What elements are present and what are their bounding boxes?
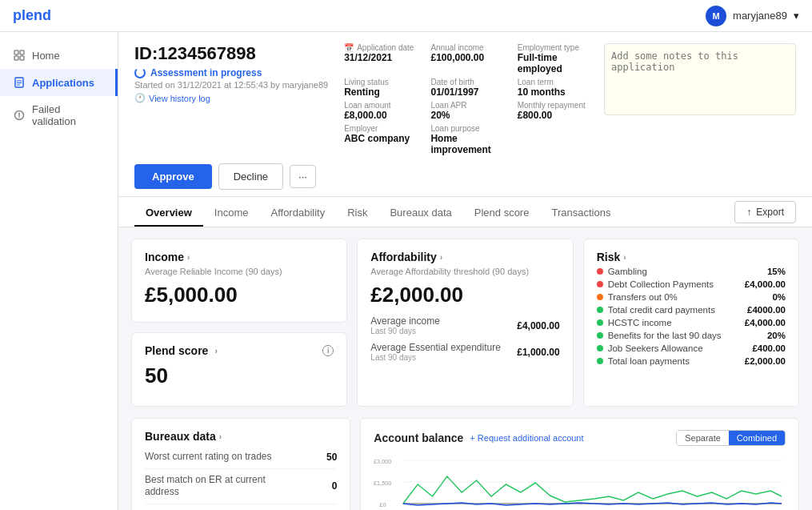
- risk-row: Total credit card payments £4000.00: [597, 305, 786, 315]
- svg-text:£3,000: £3,000: [374, 458, 391, 465]
- risk-label-text: Total credit card payments: [608, 305, 715, 315]
- file-icon: [13, 76, 26, 89]
- risk-label-text: Debt Collection Payments: [608, 279, 714, 289]
- meta-loan-purpose: Loan purpose Home improvement: [430, 124, 501, 155]
- chevron-right-icon: ›: [440, 253, 442, 262]
- risk-panel: Risk › Gambling 15% Debt Collection Paym…: [583, 239, 799, 407]
- bottom-panels: Bureaux data › Worst current rating on t…: [118, 418, 812, 510]
- sidebar-item-applications[interactable]: Applications: [0, 69, 118, 96]
- sidebar-item-failed-validation[interactable]: Failed validation: [0, 96, 118, 135]
- chart-header: Account balance + Request additional acc…: [374, 430, 786, 446]
- tab-affordability[interactable]: Affordability: [259, 200, 336, 227]
- meta-value-repayment: £800.00: [518, 110, 588, 121]
- risk-value-text: 20%: [767, 331, 786, 340]
- risk-label-text: Transfers out 0%: [608, 292, 678, 302]
- risk-dot: [597, 268, 603, 275]
- meta-loan-term: Loan term 10 months: [518, 78, 588, 98]
- svg-text:£0: £0: [380, 501, 386, 508]
- spinner-icon: [134, 67, 146, 78]
- income-value: £5,000.00: [145, 283, 334, 307]
- view-history-link[interactable]: 🕐 View history log: [134, 93, 328, 103]
- assessment-status: Assessment in progress: [150, 67, 262, 78]
- bureau-value: 50: [326, 452, 337, 463]
- risk-row: Gambling 15%: [597, 267, 786, 276]
- approve-button[interactable]: Approve: [134, 164, 212, 189]
- notes-area: [604, 43, 796, 118]
- meta-living-status: Living status Renting: [344, 78, 414, 98]
- meta-value-employer: ABC company: [344, 133, 414, 144]
- calendar-icon: 📅: [344, 43, 354, 52]
- risk-label-text: Job Seekers Allowance: [608, 343, 703, 353]
- risk-dot: [597, 294, 603, 300]
- risk-value-text: 15%: [767, 267, 786, 276]
- risk-row: Debt Collection Payments £4,000.00: [597, 279, 786, 289]
- meta-application-date: 📅 Application date 31/12/2021: [344, 43, 414, 74]
- tab-risk[interactable]: Risk: [336, 200, 378, 227]
- bureau-panel: Bureaux data › Worst current rating on t…: [131, 418, 350, 510]
- sidebar: Home Applications: [0, 32, 118, 510]
- plend-score-panel: Plend score › i 50: [131, 332, 347, 407]
- app-id-section: ID:1234567898 Assessment in progress Sta…: [134, 43, 328, 103]
- risk-row: HCSTC income £4,000.00: [597, 318, 786, 327]
- tab-income[interactable]: Income: [203, 200, 260, 227]
- export-button[interactable]: ↑ Export: [734, 201, 796, 223]
- notes-textarea[interactable]: [604, 43, 796, 115]
- meta-value-term: 10 months: [518, 86, 588, 98]
- grid-icon: [13, 49, 26, 62]
- tabs: Overview Income Affordability Risk Burea…: [134, 200, 622, 227]
- chart-panel: Account balance + Request additional acc…: [360, 418, 799, 510]
- risk-row: Total loan payments £2,000.00: [597, 356, 786, 366]
- history-icon: 🕐: [134, 93, 146, 103]
- svg-point-10: [18, 117, 20, 118]
- risk-label-text: Total loan payments: [608, 356, 690, 366]
- bureau-row: Months since oldest account opened 600: [145, 504, 337, 510]
- tab-plend-score[interactable]: Plend score: [463, 200, 541, 227]
- combined-toggle[interactable]: Combined: [729, 431, 785, 445]
- more-button[interactable]: ···: [290, 165, 316, 188]
- svg-rect-0: [14, 50, 18, 54]
- svg-rect-2: [14, 56, 18, 60]
- risk-dot: [597, 332, 603, 339]
- tab-transactions[interactable]: Transactions: [540, 200, 622, 227]
- meta-employment-type: Employment type Full-time employed: [518, 43, 588, 74]
- meta-value-app-date: 31/12/2021: [344, 52, 414, 63]
- risk-label-text: Gambling: [608, 267, 647, 276]
- income-subtitle: Average Reliable Income (90 days): [145, 267, 334, 276]
- chevron-right-icon: ›: [623, 253, 626, 262]
- risk-dot: [597, 319, 603, 326]
- sidebar-item-home[interactable]: Home: [0, 42, 118, 69]
- meta-dob: Date of birth 01/01/1997: [430, 78, 501, 98]
- risk-dot: [597, 281, 603, 287]
- bureau-title[interactable]: Bureaux data ›: [145, 430, 337, 443]
- meta-loan-apr: Loan APR 20%: [430, 101, 501, 121]
- affordability-row-0: Average income Last 90 days £4,000.00: [370, 315, 559, 335]
- risk-dot: [597, 345, 603, 351]
- svg-rect-3: [20, 56, 24, 60]
- meta-value-annual-income: £100,000.00: [430, 52, 501, 63]
- tabs-row: Overview Income Affordability Risk Burea…: [118, 197, 812, 227]
- income-title[interactable]: Income ›: [145, 251, 334, 263]
- main-content: ID:1234567898 Assessment in progress Sta…: [118, 32, 812, 510]
- plend-score-title[interactable]: Plend score › i: [145, 344, 334, 357]
- tab-bureaux-data[interactable]: Bureaux data: [378, 200, 462, 227]
- info-icon[interactable]: i: [322, 345, 334, 356]
- top-panels: Income › Average Reliable Income (90 day…: [118, 227, 812, 418]
- risk-value-text: £400.00: [752, 343, 786, 353]
- application-meta: 📅 Application date 31/12/2021 Annual inc…: [344, 43, 588, 155]
- started-text: Started on 31/12/2021 at 12:55:43 by mar…: [134, 80, 328, 90]
- sidebar-item-label: Home: [32, 50, 60, 62]
- meta-monthly-repayment: Monthly repayment £800.00: [518, 101, 588, 121]
- chart-area: £3,000 £1,500 £0 -£1,500: [374, 452, 786, 510]
- user-menu[interactable]: M maryjane89 ▾: [706, 6, 799, 26]
- meta-value-loan-amount: £8,000.00: [344, 110, 414, 121]
- separate-toggle[interactable]: Separate: [677, 431, 729, 445]
- risk-title[interactable]: Risk ›: [597, 251, 786, 263]
- risk-value-text: £4,000.00: [745, 279, 786, 289]
- chevron-down-icon: ▾: [794, 10, 799, 22]
- affordability-title[interactable]: Affordability ›: [370, 251, 559, 263]
- decline-button[interactable]: Decline: [218, 163, 283, 190]
- sidebar-item-label: Applications: [32, 77, 94, 89]
- tab-overview[interactable]: Overview: [134, 200, 203, 227]
- request-account-link[interactable]: + Request additional account: [470, 433, 583, 443]
- chevron-right-icon: ›: [219, 432, 222, 441]
